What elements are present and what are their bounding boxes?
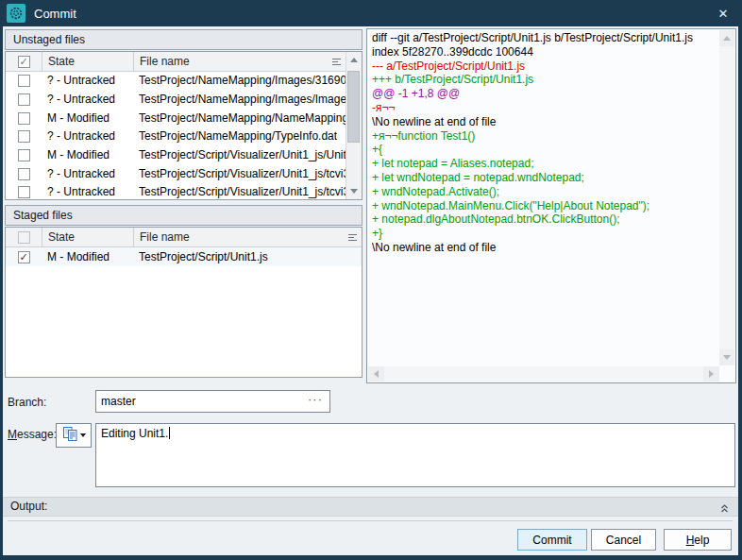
message-templates-button[interactable] — [56, 423, 92, 448]
diff-view: diff --git a/TestProject/Script/Unit1.js… — [366, 28, 736, 383]
file-name: TestProject/Script/Visualizer/Unit1_js/U… — [133, 146, 346, 164]
file-state: ? - Untracked — [42, 91, 133, 109]
file-row[interactable]: ? - UntrackedTestProject/Script/Visualiz… — [6, 164, 346, 183]
message-label: Message: — [8, 428, 57, 441]
output-label: Output: — [10, 500, 47, 513]
file-checkbox[interactable] — [18, 130, 30, 143]
staged-select-all-checkbox[interactable] — [18, 231, 30, 244]
unstaged-files-table: ✓ State File name ? - UntrackedTestProje… — [5, 51, 363, 200]
diff-line: + wndNotepad.Activate(); — [372, 185, 718, 199]
diff-line: +} — [372, 227, 718, 241]
diff-line: +я¬¬function Test1() — [372, 129, 718, 144]
diff-line: + let wndNotepad = notepad.wndNotepad; — [372, 171, 718, 185]
file-row[interactable]: ? - UntrackedTestProject/NameMapping/Ima… — [6, 72, 346, 91]
scroll-thumb[interactable] — [347, 71, 360, 143]
help-button[interactable]: Help — [664, 529, 732, 551]
titlebar: Commit ✕ — [0, 0, 742, 26]
diff-line: -я¬¬ — [372, 101, 718, 115]
branch-value: master — [101, 395, 136, 408]
output-bar: Output: — [3, 497, 738, 517]
customize-columns-icon[interactable] — [327, 52, 346, 71]
diff-horizontal-scrollbar[interactable] — [368, 366, 719, 382]
branch-label: Branch: — [8, 396, 46, 409]
diff-line: diff --git a/TestProject/Script/Unit1.js… — [372, 31, 718, 45]
branch-browse-button[interactable]: ··· — [308, 392, 323, 406]
close-icon[interactable]: ✕ — [704, 0, 742, 26]
file-row[interactable]: M - ModifiedTestProject/NameMapping/Name… — [6, 109, 346, 127]
file-state: M - Modified — [42, 110, 133, 127]
diff-line: + let notepad = Aliases.notepad; — [372, 157, 718, 171]
file-checkbox[interactable] — [18, 75, 30, 87]
diff-vertical-scrollbar[interactable] — [719, 30, 734, 365]
paste-message-icon — [62, 427, 77, 445]
column-header-state[interactable]: State — [42, 228, 133, 246]
diff-text: diff --git a/TestProject/Script/Unit1.js… — [372, 31, 718, 365]
diff-line: --- a/TestProject/Script/Unit1.js — [372, 59, 718, 74]
message-text: Editing Unit1. — [101, 427, 168, 440]
diff-line: +++ b/TestProject/Script/Unit1.js — [372, 73, 718, 87]
unstaged-scrollbar[interactable] — [346, 52, 362, 199]
file-name: TestProject/NameMapping/Images/316904328… — [133, 72, 346, 90]
file-state: ? - Untracked — [42, 127, 133, 145]
file-state: ? - Untracked — [42, 72, 133, 90]
window-title: Commit — [34, 7, 76, 21]
scroll-up-icon[interactable] — [346, 52, 362, 68]
file-row[interactable]: ? - UntrackedTestProject/NameMapping/Typ… — [6, 127, 346, 146]
commit-button[interactable]: Commit — [517, 529, 587, 551]
diff-line: \No newline at end of file — [372, 241, 718, 255]
file-state: ? - Untracked — [42, 165, 133, 183]
message-input[interactable]: Editing Unit1. — [95, 423, 735, 487]
staged-files-table: State File name ✓M - ModifiedTestProject… — [5, 227, 363, 378]
scroll-up-icon[interactable] — [719, 30, 734, 46]
unstaged-table-header: ✓ State File name — [6, 52, 346, 72]
diff-line: \No newline at end of file — [372, 115, 718, 129]
file-state: M - Modified — [42, 248, 133, 266]
column-header-filename[interactable]: File name — [133, 228, 343, 246]
branch-input[interactable]: master ··· — [95, 390, 330, 413]
column-header-state[interactable]: State — [42, 52, 133, 71]
column-header-filename[interactable]: File name — [133, 52, 327, 71]
file-checkbox[interactable] — [18, 168, 30, 180]
file-state: M - Modified — [42, 146, 133, 164]
staged-files-caption: Staged files — [5, 205, 363, 226]
staged-table-header: State File name — [6, 228, 362, 247]
file-name: TestProject/NameMapping/Images/Images.NM… — [133, 91, 346, 109]
file-state: ? - Untracked — [42, 183, 133, 199]
cancel-button[interactable]: Cancel — [591, 529, 656, 551]
customize-columns-icon[interactable] — [343, 228, 362, 246]
file-row[interactable]: M - ModifiedTestProject/Script/Visualize… — [6, 146, 346, 165]
commit-dialog: Commit ✕ Unstaged files ✓ State File nam… — [0, 0, 742, 560]
collapse-chevron-icon[interactable] — [719, 501, 730, 519]
testcomplete-icon — [7, 4, 25, 23]
file-name: TestProject/Script/Visualizer/Unit1_js/t… — [133, 183, 346, 199]
diff-line: +{ — [372, 143, 718, 157]
file-checkbox[interactable]: ✓ — [18, 251, 30, 263]
diff-line: @@ -1 +1,8 @@ — [372, 87, 718, 101]
file-checkbox[interactable] — [18, 93, 30, 106]
file-row[interactable]: ? - UntrackedTestProject/NameMapping/Ima… — [6, 91, 346, 110]
file-checkbox[interactable] — [18, 149, 30, 161]
file-name: TestProject/NameMapping/TypeInfo.dat — [133, 127, 346, 145]
scroll-down-icon[interactable] — [719, 349, 734, 365]
file-checkbox[interactable] — [18, 112, 30, 125]
unstaged-table-body: ? - UntrackedTestProject/NameMapping/Ima… — [6, 72, 346, 199]
file-name: TestProject/NameMapping/NameMapping.tcNM — [133, 110, 346, 127]
file-name: TestProject/Script/Unit1.js — [133, 248, 362, 266]
scroll-right-icon[interactable] — [703, 366, 719, 382]
diff-line: + wndNotepad.MainMenu.Click("Help|About … — [372, 199, 718, 213]
text-caret — [169, 427, 170, 439]
scroll-track[interactable] — [346, 68, 362, 183]
scroll-left-icon[interactable] — [368, 366, 384, 382]
staged-table-body: ✓M - ModifiedTestProject/Script/Unit1.js — [6, 247, 362, 377]
unstaged-files-caption: Unstaged files — [5, 29, 363, 50]
scroll-down-icon[interactable] — [346, 183, 362, 199]
file-row[interactable]: ✓M - ModifiedTestProject/Script/Unit1.js — [6, 247, 362, 266]
file-name: TestProject/Script/Visualizer/Unit1_js/t… — [133, 165, 346, 183]
unstaged-select-all-checkbox[interactable]: ✓ — [18, 56, 30, 68]
diff-line: index 5f28270..399dcdc 100644 — [372, 45, 718, 59]
dropdown-arrow-icon — [80, 433, 86, 437]
file-row[interactable]: ? - UntrackedTestProject/Script/Visualiz… — [6, 183, 346, 199]
file-checkbox[interactable] — [18, 186, 30, 198]
diff-line: + notepad.dlgAboutNotepad.btnOK.ClickBut… — [372, 212, 718, 227]
divider — [8, 520, 733, 521]
